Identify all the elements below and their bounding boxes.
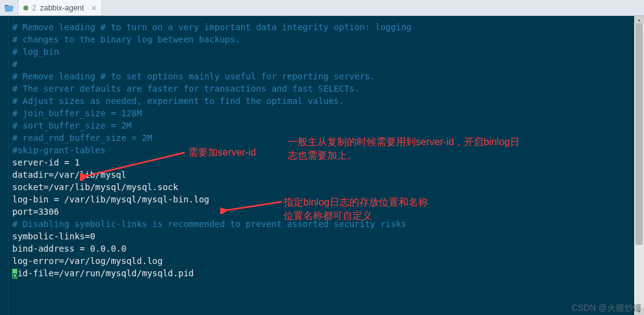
code-line: # join_buffer_size = 128M bbox=[12, 107, 644, 119]
code-line: server-id = 1 bbox=[12, 156, 644, 169]
code-line: log-bin = /var/lib/mysql/mysql-bin.log bbox=[12, 193, 644, 205]
code-line: socket=/var/lib/mysql/mysql.sock bbox=[12, 181, 644, 193]
code-line: # Remove leading # to turn on a very imp… bbox=[12, 21, 644, 33]
code-line: # Remove leading # to set options mainly… bbox=[12, 70, 644, 82]
code-line: # log_bin bbox=[12, 46, 644, 58]
code-line: port=3306 bbox=[12, 205, 644, 218]
tab-bar: 2 zabbix-agent × bbox=[0, 0, 644, 16]
scroll-up-button[interactable]: ▴ bbox=[634, 16, 644, 23]
folder-open-icon bbox=[4, 4, 14, 12]
code-line: # bbox=[12, 58, 644, 70]
vertical-scrollbar[interactable]: ▴ ▾ bbox=[634, 16, 644, 315]
tab-title: zabbix-agent bbox=[40, 4, 84, 12]
code-line: bind-address = 0.0.0.0 bbox=[12, 242, 644, 255]
code-line: pid-file=/var/run/mysqld/mysqld.pid bbox=[12, 267, 644, 279]
modified-dot-icon bbox=[23, 6, 28, 10]
code-line: # sort_buffer_size = 2M bbox=[12, 119, 644, 132]
code-line: log-error=/var/log/mysqld.log bbox=[12, 255, 644, 267]
code-editor[interactable]: # Remove leading # to turn on a very imp… bbox=[0, 16, 644, 315]
watermark: CSDN @火腿炒馕 bbox=[571, 303, 642, 314]
code-line: # Disabling symbolic-links is recommende… bbox=[12, 218, 644, 230]
code-line: #skip-grant-tables bbox=[12, 144, 644, 156]
scroll-thumb[interactable] bbox=[635, 23, 643, 245]
code-line: # Adjust sizes as needed, experiment to … bbox=[12, 95, 644, 107]
tab-number: 2 bbox=[32, 4, 36, 12]
code-line: datadir=/var/lib/mysql bbox=[12, 169, 644, 181]
close-icon[interactable]: × bbox=[92, 3, 97, 13]
code-content: # Remove leading # to turn on a very imp… bbox=[12, 21, 644, 279]
code-line: # The server defaults are faster for tra… bbox=[12, 82, 644, 95]
code-line: # read_rnd_buffer_size = 2M bbox=[12, 132, 644, 144]
editor-tab[interactable]: 2 zabbix-agent × bbox=[18, 0, 102, 15]
open-folder-button[interactable] bbox=[0, 0, 18, 15]
editor-gutter bbox=[0, 16, 9, 315]
code-line: # changes to the binary log between back… bbox=[12, 33, 644, 46]
code-line: symbolic-links=0 bbox=[12, 230, 644, 242]
